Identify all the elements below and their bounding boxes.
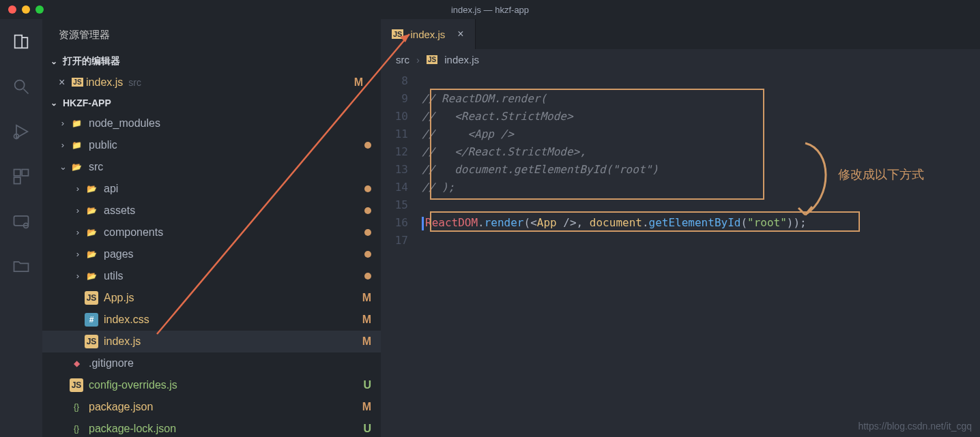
explorer-icon[interactable] (11, 31, 31, 52)
tree-item--gitignore[interactable]: ◆.gitignore (42, 352, 381, 374)
svg-rect-3 (22, 170, 28, 176)
folder-icon: 📁 (70, 138, 83, 152)
git-status-marker: M (362, 314, 371, 326)
editor-area: JS index.js × src › JS index.js 8 9// Re… (381, 19, 980, 437)
folder-icon: 📁 (70, 117, 83, 130)
tree-item-components[interactable]: ›📂components (42, 222, 381, 243)
line-content (422, 196, 980, 214)
search-icon[interactable] (11, 76, 31, 97)
svg-point-0 (15, 80, 25, 90)
file-tree: ›📁node_modules›📁public⌄📂src›📂api›📂assets… (42, 112, 381, 437)
code-line[interactable]: 12// </React.StrictMode>, (381, 143, 980, 161)
tree-item-src[interactable]: ⌄📂src (42, 156, 381, 178)
chevron-icon: › (71, 183, 85, 194)
tree-item-config-overrides-js[interactable]: JSconfig-overrides.jsU (42, 374, 381, 396)
close-icon[interactable]: × (457, 28, 463, 40)
line-number: 17 (381, 232, 422, 250)
tree-item-package-lock-json[interactable]: {}package-lock.jsonU (42, 418, 381, 437)
code-line[interactable]: 17 (381, 232, 980, 250)
tree-item-utils[interactable]: ›📂utils (42, 265, 381, 287)
code-line[interactable]: 10// <React.StrictMode> (381, 108, 980, 125)
close-icon[interactable]: × (59, 76, 65, 89)
tree-item-label: index.js (104, 335, 362, 348)
watermark-text: https://blog.csdn.net/it_cgq (858, 421, 972, 432)
line-content (422, 232, 980, 250)
line-number: 14 (381, 179, 422, 196)
annotation-text: 修改成以下方式 (838, 166, 924, 183)
maximize-window-button[interactable] (35, 5, 44, 14)
code-line[interactable]: 8 (381, 72, 980, 90)
git-status-marker: U (363, 423, 371, 435)
tree-item-label: pages (104, 248, 364, 260)
tree-item-label: components (104, 226, 364, 239)
git-status-marker: U (363, 379, 371, 391)
chevron-icon: › (56, 118, 70, 128)
tree-item-label: api (104, 183, 364, 195)
git-status-marker: M (362, 292, 371, 304)
js-file-icon: JS (70, 378, 83, 392)
folder-icon[interactable] (11, 256, 31, 277)
activity-bar (0, 19, 42, 437)
code-editor[interactable]: 8 9// ReactDOM.render(10// <React.Strict… (381, 70, 980, 250)
tree-item-label: .gitignore (89, 357, 371, 370)
json-file-icon: {} (70, 422, 83, 436)
breadcrumb[interactable]: src › JS index.js (381, 49, 980, 70)
json-file-icon: {} (70, 400, 83, 414)
js-file-icon: JS (427, 55, 437, 64)
tree-item-label: src (89, 161, 371, 173)
explorer-sidebar: 资源管理器 ⌄ 打开的编辑器 × JS index.js src M ⌄ HKZ… (42, 19, 381, 437)
extensions-icon[interactable] (11, 166, 31, 187)
tab-label: index.js (410, 29, 445, 40)
line-content: // <App /> (422, 125, 980, 143)
title-bar: index.js — hkzf-app (0, 0, 980, 19)
svg-rect-5 (14, 216, 29, 226)
code-line[interactable]: 9// ReactDOM.render( (381, 90, 980, 108)
open-editors-label: 打开的编辑器 (63, 55, 120, 67)
open-editor-item[interactable]: × JS index.js src M (42, 72, 381, 93)
tree-item-package-json[interactable]: {}package.jsonM (42, 396, 381, 418)
project-section[interactable]: ⌄ HKZF-APP (42, 93, 381, 112)
modified-dot-icon (364, 229, 371, 236)
breadcrumb-file[interactable]: index.js (444, 54, 479, 65)
js-file-icon: JS (85, 291, 98, 305)
line-content: // ReactDOM.render( (422, 90, 980, 108)
open-editor-path: src (128, 77, 141, 88)
svg-rect-2 (14, 170, 20, 176)
chevron-icon: › (71, 271, 85, 281)
code-line[interactable]: 15 (381, 196, 980, 214)
tab-index-js[interactable]: JS index.js × (381, 19, 476, 49)
minimize-window-button[interactable] (22, 5, 30, 14)
line-content: // </React.StrictMode>, (422, 143, 980, 161)
line-content: ReactDOM.render(<App />, document.getEle… (422, 214, 980, 232)
tree-item-App-js[interactable]: JSApp.jsM (42, 287, 381, 309)
tree-item-index-css[interactable]: #index.cssM (42, 309, 381, 331)
debug-icon[interactable] (11, 121, 31, 142)
folder-open-icon: 📂 (70, 160, 83, 174)
chevron-right-icon: › (416, 54, 420, 65)
open-editor-filename: index.js (86, 76, 123, 89)
chevron-icon: › (71, 205, 85, 215)
line-number: 11 (381, 125, 422, 143)
code-line[interactable]: 11// <App /> (381, 125, 980, 143)
main-area: 资源管理器 ⌄ 打开的编辑器 × JS index.js src M ⌄ HKZ… (0, 19, 980, 437)
close-window-button[interactable] (8, 5, 16, 14)
tree-item-label: node_modules (89, 117, 371, 130)
git-status-marker: M (362, 401, 371, 413)
tree-item-assets[interactable]: ›📂assets (42, 200, 381, 222)
tab-bar: JS index.js × (381, 19, 980, 49)
code-line[interactable]: 16ReactDOM.render(<App />, document.getE… (381, 214, 980, 232)
open-editors-section[interactable]: ⌄ 打开的编辑器 (42, 51, 381, 72)
breadcrumb-folder[interactable]: src (396, 54, 409, 65)
line-content (422, 72, 980, 90)
remote-icon[interactable] (11, 211, 31, 232)
tree-item-node_modules[interactable]: ›📁node_modules (42, 112, 381, 134)
modified-dot-icon (364, 251, 371, 258)
line-number: 15 (381, 196, 422, 214)
tree-item-public[interactable]: ›📁public (42, 134, 381, 156)
modified-dot-icon (364, 273, 371, 280)
tree-item-index-js[interactable]: JSindex.jsM (42, 331, 381, 352)
tree-item-api[interactable]: ›📂api (42, 178, 381, 200)
tree-item-pages[interactable]: ›📂pages (42, 243, 381, 265)
chevron-icon: › (71, 227, 85, 237)
tree-item-label: assets (104, 205, 364, 217)
